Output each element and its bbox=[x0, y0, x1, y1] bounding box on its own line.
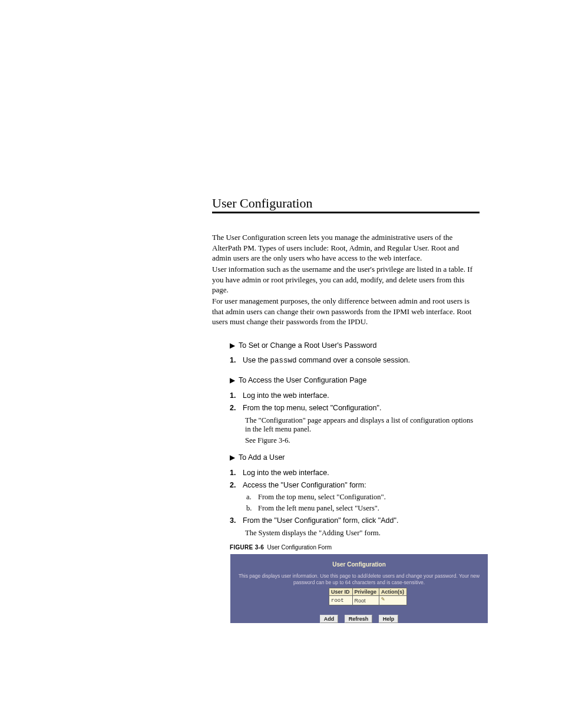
procedure-1-step-1: 1.Use the passwd command over a console … bbox=[230, 356, 480, 365]
procedure-3-step-2b: b.From the left menu panel, select "User… bbox=[245, 504, 480, 513]
procedure-3-step-3-result: The System displays the "Adding User" fo… bbox=[245, 529, 480, 538]
edit-icon[interactable] bbox=[381, 597, 388, 602]
procedure-2-step-2: 2.From the top menu, select "Configurati… bbox=[230, 404, 480, 412]
col-privilege: Privilege bbox=[352, 588, 379, 596]
col-actions: Action(s) bbox=[379, 588, 407, 596]
procedure-3-step-1: 1.Log into the web interface. bbox=[230, 469, 480, 477]
procedure-3-step-3: 3.From the "User Configuration" form, cl… bbox=[230, 516, 480, 525]
screenshot-description: This page displays user information. Use… bbox=[234, 573, 484, 585]
col-user-id: User ID bbox=[329, 588, 353, 596]
procedure-3-title: ▶To Add a User bbox=[230, 453, 285, 462]
table-row: root Root bbox=[329, 596, 407, 605]
procedure-1-title: ▶To Set or Change a Root User's Password bbox=[230, 341, 376, 350]
screenshot-button-row: Add Refresh Help bbox=[230, 612, 488, 623]
refresh-button[interactable]: Refresh bbox=[345, 615, 373, 623]
cell-privilege: Root bbox=[352, 596, 379, 605]
help-button[interactable]: Help bbox=[379, 615, 399, 623]
table-header-row: User ID Privilege Action(s) bbox=[329, 588, 407, 596]
procedure-3-step-2a: a.From the top menu, select "Configurati… bbox=[245, 493, 480, 502]
figure-caption: FIGURE 3-6 User Configuration Form bbox=[230, 544, 332, 551]
triangle-bullet-icon: ▶ bbox=[230, 376, 235, 384]
section-heading: User Configuration bbox=[212, 196, 312, 211]
procedure-2-step-1: 1.Log into the web interface. bbox=[230, 391, 480, 400]
cell-actions[interactable] bbox=[379, 596, 407, 605]
procedure-2-step-2-result: The "Configuration" page appears and dis… bbox=[245, 416, 480, 434]
embedded-screenshot: User Configuration This page displays us… bbox=[230, 554, 488, 623]
intro-paragraph-2: User information such as the username an… bbox=[212, 264, 480, 295]
procedure-3-step-2: 2.Access the "User Configuration" form: bbox=[230, 481, 480, 489]
screenshot-title: User Configuration bbox=[230, 561, 488, 568]
triangle-bullet-icon: ▶ bbox=[230, 453, 235, 462]
procedure-2-title: ▶To Access the User Configuration Page bbox=[230, 376, 366, 384]
procedure-2-step-2-ref: See Figure 3-6. bbox=[245, 436, 480, 445]
intro-paragraph-1: The User Configuration screen lets you m… bbox=[212, 232, 480, 263]
add-button[interactable]: Add bbox=[320, 615, 339, 623]
triangle-bullet-icon: ▶ bbox=[230, 341, 235, 350]
intro-paragraph-3: For user management purposes, the only d… bbox=[212, 296, 480, 327]
section-rule bbox=[212, 212, 480, 213]
user-table: User ID Privilege Action(s) root Root bbox=[329, 588, 407, 605]
cell-user-id: root bbox=[329, 596, 353, 605]
